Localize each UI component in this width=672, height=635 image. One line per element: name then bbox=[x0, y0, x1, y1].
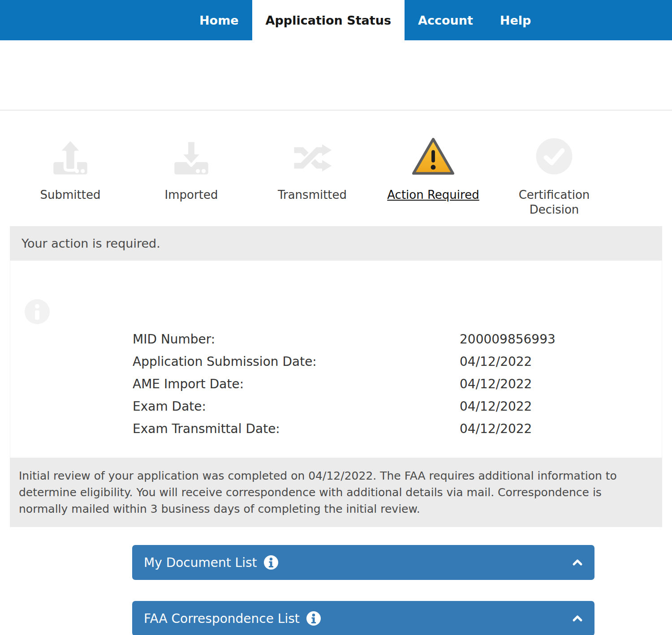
tracker-step-submitted: Submitted bbox=[10, 136, 131, 217]
accordion-my-document-list[interactable]: My Document List bbox=[132, 545, 594, 580]
tracker-step-label: Imported bbox=[165, 188, 218, 202]
application-details-panel: MID Number: 200009856993 Application Sub… bbox=[10, 261, 662, 458]
status-message-text: Your action is required. bbox=[22, 236, 160, 250]
detail-label: AME Import Date: bbox=[133, 377, 460, 391]
check-circle-icon bbox=[494, 136, 615, 177]
detail-value: 04/12/2022 bbox=[460, 354, 532, 369]
tracker-step-label: Transmitted bbox=[278, 188, 347, 202]
tracker-step-action-required: Action Required bbox=[373, 136, 494, 217]
detail-label: Exam Date: bbox=[133, 399, 460, 414]
nav-account[interactable]: Account bbox=[405, 0, 487, 40]
chevron-up-icon bbox=[572, 558, 583, 566]
detail-value: 200009856993 bbox=[460, 332, 556, 347]
application-status-tracker: Submitted Imported bbox=[10, 111, 615, 217]
detail-row-mid-number: MID Number: 200009856993 bbox=[133, 328, 662, 350]
detail-value: 04/12/2022 bbox=[460, 421, 532, 436]
tracker-step-label[interactable]: Action Required bbox=[387, 188, 479, 202]
download-icon bbox=[131, 136, 252, 177]
nav-help[interactable]: Help bbox=[487, 0, 545, 40]
detail-row-ame-import-date: AME Import Date: 04/12/2022 bbox=[133, 373, 662, 395]
warning-triangle-icon bbox=[373, 136, 494, 177]
detail-row-exam-transmittal-date: Exam Transmittal Date: 04/12/2022 bbox=[133, 417, 662, 440]
shuffle-icon bbox=[252, 136, 373, 177]
accordion-faa-correspondence-list[interactable]: FAA Correspondence List bbox=[132, 601, 594, 635]
tracker-step-label: Certification Decision bbox=[494, 188, 615, 217]
chevron-up-icon bbox=[572, 614, 583, 622]
top-whitespace bbox=[0, 40, 672, 110]
main-content: Submitted Imported bbox=[10, 111, 662, 635]
detail-value: 04/12/2022 bbox=[460, 377, 532, 391]
detail-label: Application Submission Date: bbox=[133, 354, 460, 369]
nav-application-status[interactable]: Application Status bbox=[252, 0, 405, 40]
detail-label: MID Number: bbox=[133, 332, 460, 347]
review-notice: Initial review of your application was c… bbox=[10, 458, 662, 527]
tracker-step-transmitted: Transmitted bbox=[252, 136, 373, 217]
info-icon bbox=[25, 299, 50, 326]
detail-label: Exam Transmittal Date: bbox=[133, 421, 460, 436]
info-circle-icon[interactable] bbox=[263, 555, 279, 570]
detail-row-exam-date: Exam Date: 04/12/2022 bbox=[133, 395, 662, 417]
tracker-step-certification-decision: Certification Decision bbox=[494, 136, 615, 217]
top-nav: Home Application Status Account Help bbox=[0, 0, 672, 40]
detail-row-application-submission-date: Application Submission Date: 04/12/2022 bbox=[133, 350, 662, 373]
accordion-title: My Document List bbox=[144, 555, 257, 570]
nav-home[interactable]: Home bbox=[186, 0, 252, 40]
info-circle-icon[interactable] bbox=[306, 611, 321, 626]
detail-value: 04/12/2022 bbox=[460, 399, 532, 414]
status-message-bar: Your action is required. bbox=[10, 226, 662, 261]
tracker-step-imported: Imported bbox=[131, 136, 252, 217]
accordion-title: FAA Correspondence List bbox=[144, 611, 300, 626]
tracker-step-label: Submitted bbox=[40, 188, 101, 202]
upload-icon bbox=[10, 136, 131, 177]
review-notice-text: Initial review of your application was c… bbox=[19, 468, 649, 517]
